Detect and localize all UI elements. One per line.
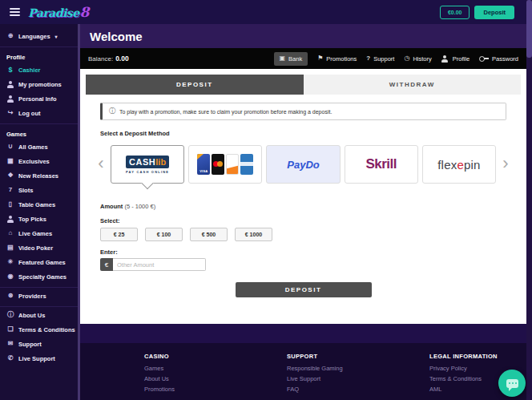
sidebar-item-personal-info[interactable]: Personal Info <box>0 91 78 106</box>
cashlib-tagline: PAY CASH ONLINE <box>126 170 169 174</box>
footer-link-live-support[interactable]: Live Support <box>287 375 429 382</box>
payment-method-carousel: ‹ CASHlib PAY CASH ONLINE VISA <box>95 142 511 187</box>
sidebar-item-support[interactable]: ✉ Support <box>0 337 78 351</box>
key-icon <box>479 55 489 62</box>
preset-1000-button[interactable]: € 1000 <box>235 228 272 241</box>
footer-link-faq[interactable]: FAQ <box>287 386 429 393</box>
sidebar-item-live-games[interactable]: ⌂ Live Games <box>0 226 78 240</box>
sidebar-item-label: Video Poker <box>18 244 53 252</box>
sidebar-item-label: Featured Games <box>18 259 66 266</box>
tab-withdraw[interactable]: WITHDRAW <box>304 75 522 95</box>
logout-icon: ↪ <box>6 110 14 116</box>
sidebar-item-new-releases[interactable]: ❖ New Releases <box>0 168 78 183</box>
caret-down-icon: ▾ <box>55 34 58 39</box>
divider <box>0 287 78 288</box>
tab-deposit[interactable]: DEPOSIT <box>86 75 304 95</box>
sidebar-item-video-poker[interactable]: ▤ Video Poker <box>0 240 78 255</box>
carousel-next-icon[interactable]: › <box>500 145 511 184</box>
nav-label: Promotions <box>326 55 357 63</box>
sidebar-item-providers[interactable]: ⊛ Providers <box>0 289 78 303</box>
question-icon: ? <box>366 55 370 62</box>
brand-logo[interactable]: Paradise8 <box>28 6 89 19</box>
mastercard-icon <box>212 154 224 175</box>
balance-pill-button[interactable]: €0.00 <box>440 6 470 19</box>
deposit-submit-button[interactable]: DEPOSIT <box>236 282 372 297</box>
footer-column-support: SUPPORT Responsible Gaming Live Support … <box>287 353 429 400</box>
other-amount-input[interactable] <box>113 258 206 271</box>
preset-25-button[interactable]: € 25 <box>100 228 138 241</box>
logo-text: Paradise <box>28 6 79 19</box>
info-message: To play with a promotion, make sure to c… <box>119 109 332 115</box>
sidebar-item-label: All Games <box>18 143 48 151</box>
burst-icon: ✳ <box>6 259 14 265</box>
payment-method-flexepin[interactable]: flexepin <box>422 145 496 184</box>
sidebar-item-top-picks[interactable]: Top Picks <box>0 212 78 226</box>
nav-item-support[interactable]: ? Support <box>366 55 394 63</box>
megaphone-icon: ⚑ <box>317 55 323 62</box>
chat-bubble-icon <box>506 379 518 388</box>
sidebar-item-label: Live Games <box>18 230 52 237</box>
sidebar-item-label: Log out <box>18 110 41 117</box>
footer-link-promotions[interactable]: Promotions <box>144 386 287 393</box>
sidebar-item-my-promotions[interactable]: My promotions <box>0 77 78 91</box>
scrollbar-thumb[interactable] <box>526 0 532 58</box>
info-icon: ⓘ <box>109 108 115 115</box>
flexepin-logo: flexepin <box>437 158 480 172</box>
footer-header: LEGAL INFORMATION <box>429 353 532 360</box>
topbar-deposit-button[interactable]: Deposit <box>474 6 514 19</box>
footer-link-about-us[interactable]: About Us <box>144 375 287 382</box>
sidebar-item-label: Languages <box>18 33 50 40</box>
person-icon <box>441 55 449 63</box>
sidebar-item-about-us[interactable]: ⓘ About Us <box>0 308 78 322</box>
page-footer: CASINO Games About Us Promotions SUPPORT… <box>80 343 532 400</box>
preset-100-button[interactable]: € 100 <box>145 228 183 241</box>
deposit-withdraw-tabs: DEPOSIT WITHDRAW <box>86 75 521 95</box>
paydo-logo: PayDo <box>287 159 319 171</box>
page-scrollbar[interactable] <box>526 0 532 400</box>
other-amount-row: € <box>100 258 206 271</box>
building-icon: ⌂ <box>6 230 14 236</box>
sidebar-item-terms-conditions[interactable]: ❏ Terms & Conditions <box>0 322 78 337</box>
nav-item-promotions[interactable]: ⚑ Promotions <box>317 55 357 63</box>
footer-link-responsible-gaming[interactable]: Responsible Gaming <box>287 365 429 372</box>
sidebar-item-table-games[interactable]: ▯ Table Games <box>0 197 78 212</box>
sidebar-item-languages[interactable]: ⊕ Languages ▾ <box>0 29 78 43</box>
sidebar-item-featured-games[interactable]: ✳ Featured Games <box>0 255 78 269</box>
horseshoe-icon: ∪ <box>6 143 14 150</box>
amount-label: Amount (5 - 1000 €) <box>100 203 506 210</box>
carousel-prev-icon[interactable]: ‹ <box>95 145 107 184</box>
cashlib-logo: CASHlib <box>126 156 169 168</box>
sidebar-item-specialty-games[interactable]: ◉ Specialty Games <box>0 269 78 284</box>
sidebar-item-slots[interactable]: 7 Slots <box>0 183 78 197</box>
sidebar: ⊕ Languages ▾ Profile $ Cashier My promo… <box>0 24 80 400</box>
preset-500-button[interactable]: € 500 <box>190 228 228 241</box>
nav-item-password[interactable]: Password <box>479 55 518 63</box>
nav-item-profile[interactable]: Profile <box>441 55 470 63</box>
nav-item-bank[interactable]: ▣ Bank <box>274 52 308 66</box>
footer-link-games[interactable]: Games <box>144 365 287 372</box>
live-chat-button[interactable] <box>498 370 526 397</box>
divider <box>0 46 78 47</box>
page-title: Welcome <box>90 30 532 42</box>
sidebar-item-exclusives[interactable]: ▦ Exclusives <box>0 154 78 168</box>
sidebar-item-label: Slots <box>18 187 33 194</box>
enter-label: Enter: <box>100 248 506 256</box>
sidebar-item-log-out[interactable]: ↪ Log out <box>0 106 78 120</box>
hamburger-menu-icon[interactable] <box>10 8 20 16</box>
payment-method-paydo[interactable]: PayDo <box>266 145 340 184</box>
providers-icon: ⊛ <box>6 293 14 299</box>
sidebar-item-all-games[interactable]: ∪ All Games <box>0 139 78 154</box>
sidebar-item-cashier[interactable]: $ Cashier <box>0 63 78 77</box>
payment-method-skrill[interactable]: Skrill <box>345 145 418 184</box>
info-icon: ⓘ <box>6 312 14 318</box>
sidebar-item-live-support[interactable]: ✆ Live Support <box>0 351 78 366</box>
visa-card-icon: VISA <box>197 154 210 175</box>
promotion-info-note: ⓘ To play with a promotion, make sure to… <box>100 103 506 120</box>
nav-item-history[interactable]: ◷ History <box>404 55 431 63</box>
nav-label: Support <box>373 55 394 63</box>
payment-method-credit-cards[interactable]: VISA <box>188 145 262 184</box>
balance-display: Balance:0.00 <box>88 55 129 63</box>
payment-method-cashlib[interactable]: CASHlib PAY CASH ONLINE <box>111 145 184 184</box>
divider <box>0 306 78 307</box>
panel-bottom-spacer <box>80 324 532 343</box>
